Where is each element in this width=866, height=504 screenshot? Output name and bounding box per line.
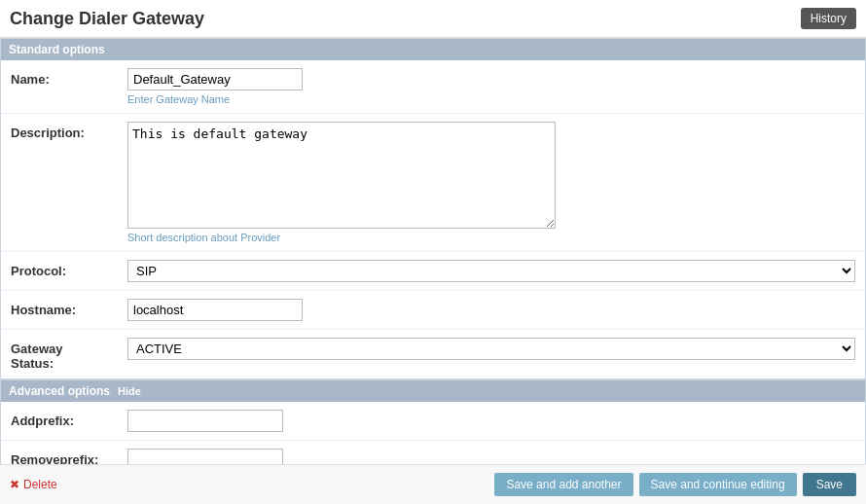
addprefix-row: Addprefix: [1,402,865,441]
gateway-status-select[interactable]: ACTIVE INACTIVE [127,338,855,360]
name-row: Name: Enter Gateway Name [1,60,865,114]
delete-icon: ✖ [10,478,19,491]
history-button[interactable]: History [801,8,856,29]
protocol-row: Protocol: SIP H323 PSTN [1,252,865,291]
protocol-select[interactable]: SIP H323 PSTN [127,260,855,282]
footer-bar: ✖ Delete Save and add another Save and c… [0,464,866,504]
name-field: Enter Gateway Name [127,68,855,105]
description-row: Description: This is default gateway Sho… [1,114,865,252]
protocol-field: SIP H323 PSTN [127,260,855,282]
footer-buttons: Save and add another Save and continue e… [494,473,856,496]
name-input[interactable] [127,68,303,90]
gateway-status-label: Gateway Status: [11,338,127,371]
hostname-input[interactable] [127,299,303,321]
hostname-row: Hostname: [1,291,865,330]
save-continue-button[interactable]: Save and continue editing [639,473,797,496]
delete-label: Delete [23,478,57,491]
gateway-status-row: Gateway Status: ACTIVE INACTIVE [1,330,865,378]
description-textarea[interactable]: This is default gateway [127,122,556,229]
standard-options-section: Standard options Name: Enter Gateway Nam… [0,38,866,379]
save-button[interactable]: Save [803,473,856,496]
hostname-field [127,299,855,321]
hide-link[interactable]: Hide [118,385,141,397]
description-help: Short description about Provider [127,232,855,243]
page-header: Change Dialer Gateway History [0,0,866,38]
description-field: This is default gateway Short descriptio… [127,122,855,243]
delete-link[interactable]: ✖ Delete [10,478,57,491]
hostname-label: Hostname: [11,299,127,317]
standard-options-label: Standard options [9,43,105,56]
advanced-options-label: Advanced options [9,384,110,398]
name-label: Name: [11,68,127,87]
standard-options-header: Standard options [1,39,865,60]
protocol-label: Protocol: [11,260,127,278]
description-label: Description: [11,122,127,140]
addprefix-field [127,410,855,432]
advanced-options-header: Advanced options Hide [1,380,865,402]
addprefix-input[interactable] [127,410,283,432]
save-add-button[interactable]: Save and add another [494,473,632,496]
page-title: Change Dialer Gateway [10,9,204,29]
addprefix-label: Addprefix: [11,410,127,428]
name-help: Enter Gateway Name [127,93,855,105]
gateway-status-field: ACTIVE INACTIVE [127,338,855,360]
